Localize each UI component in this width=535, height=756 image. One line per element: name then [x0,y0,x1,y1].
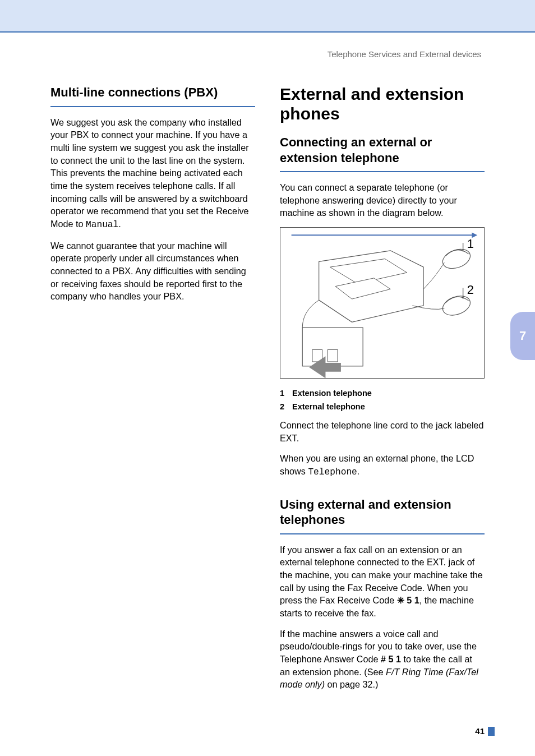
connecting-paragraph-3: When you are using an external phone, th… [280,452,485,478]
legend-item-1: 1Extension telephone [280,389,485,398]
using-paragraph-1: If you answer a fax call on an extension… [280,543,485,620]
diagram-svg [280,228,484,378]
legend-num: 2 [280,402,292,411]
svg-rect-4 [328,349,338,362]
legend-text: Extension telephone [292,389,372,398]
inline-mono-telephone: Telephone [308,467,357,477]
section-rule [50,106,255,107]
page: Telephone Services and External devices … [0,0,535,756]
diagram-callout-2: 2 [467,283,474,297]
text: on page 32.) [325,679,378,689]
section-rule [280,171,485,172]
section-heading-pbx: Multi-line connections (PBX) [50,85,255,100]
diagram-callout-1: 1 [467,237,474,251]
section-heading-connecting: Connecting an external or extension tele… [280,135,485,165]
text: . [357,466,360,476]
running-head: Telephone Services and External devices [50,49,485,59]
legend-num: 1 [280,389,292,398]
text: We suggest you ask the company who insta… [50,117,249,229]
connection-diagram: 1 2 [280,227,485,379]
page-number-mark [488,727,495,736]
left-column: Multi-line connections (PBX) We suggest … [50,85,255,699]
page-number: 41 [475,726,485,736]
text: . [118,219,121,229]
section-rule [280,533,485,534]
section-heading-using: Using external and extension telephones [280,497,485,528]
pbx-paragraph-2: We cannot guarantee that your machine wi… [50,239,255,303]
main-heading-external-phones: External and extension phones [280,85,485,123]
connecting-paragraph-2: Connect the telephone line cord to the j… [280,419,485,444]
top-band [0,0,535,31]
legend-item-2: 2External telephone [280,402,485,411]
pbx-paragraph-1: We suggest you ask the company who insta… [50,116,255,232]
inline-mono-manual: Manual [86,220,118,230]
using-paragraph-2: If the machine answers a voice call and … [280,628,485,691]
two-column-layout: Multi-line connections (PBX) We suggest … [50,85,485,699]
content-area: Telephone Services and External devices … [0,33,535,699]
chapter-number: 7 [519,329,526,343]
telephone-answer-code: # 5 1 [381,654,401,664]
fax-receive-code: ✳ 5 1 [397,595,419,605]
right-column: External and extension phones Connecting… [280,85,485,699]
chapter-tab: 7 [510,312,535,360]
legend-text: External telephone [292,402,365,411]
connecting-paragraph-1: You can connect a separate telephone (or… [280,181,485,219]
